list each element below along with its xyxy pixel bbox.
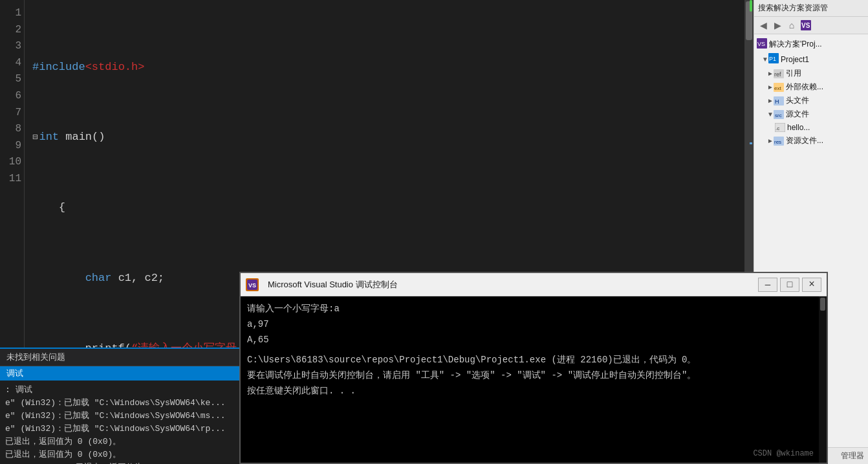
- sidebar-nav-icons-row: ◀ ▶ ⌂ VS: [754, 17, 868, 34]
- debug-console[interactable]: VS Microsoft Visual Studio 调试控制台 — □ × 请…: [239, 272, 828, 464]
- nav-star-icon[interactable]: VS: [799, 19, 812, 32]
- console-line-7: 按任意键关闭此窗口. . .: [247, 384, 816, 399]
- project1-label: Project1: [781, 55, 809, 64]
- close-button[interactable]: ×: [802, 278, 821, 292]
- svg-text:ref: ref: [774, 71, 781, 78]
- sources-label: 源文件: [786, 109, 809, 120]
- code-line-3: {: [32, 199, 737, 216]
- hello-label: hello...: [787, 123, 810, 132]
- solution-root-label: 解决方案'Proj...: [769, 39, 822, 50]
- sidebar-item-hello[interactable]: .c hello...: [757, 121, 865, 134]
- svg-text:VS: VS: [248, 282, 256, 289]
- sidebar-item-resources[interactable]: ► res 资源文件...: [757, 134, 865, 148]
- debug-tab-label: 调试: [6, 368, 23, 379]
- resources-icon: res: [774, 136, 784, 146]
- nav-back-icon[interactable]: ◀: [757, 19, 770, 32]
- sidebar-item-sources[interactable]: ▼ src 源文件: [757, 107, 865, 121]
- console-line-2: a,97: [247, 317, 816, 333]
- debug-title-text: Microsoft Visual Studio 调试控制台: [264, 279, 753, 291]
- ext-icon: ext: [774, 82, 784, 93]
- sidebar-top-bar: 搜索解决方案资源管: [754, 0, 868, 17]
- maximize-button[interactable]: □: [780, 278, 799, 292]
- sidebar-item-headers[interactable]: ► H 头文件: [757, 94, 865, 107]
- console-line-6: 要在调试停止时自动关闭控制台，请启用 "工具" -> "选项" -> "调试" …: [247, 368, 816, 384]
- sidebar-bottom-label: 管理器: [841, 451, 864, 460]
- headers-expand-arrow[interactable]: ►: [767, 97, 774, 104]
- minimize-button[interactable]: —: [758, 278, 777, 292]
- svg-text:VS: VS: [757, 41, 765, 47]
- debug-icon: VS: [246, 278, 259, 291]
- headers-icon: H: [774, 96, 784, 106]
- project1-item[interactable]: ▼ P1 Project1: [757, 52, 865, 67]
- code-line-1: #include<stdio.h>: [32, 58, 737, 76]
- blue-scroll-mark: [750, 142, 752, 144]
- svg-text:P1: P1: [769, 56, 776, 62]
- debug-title-bar: VS Microsoft Visual Studio 调试控制台 — □ ×: [241, 273, 827, 296]
- ext-label: 外部依赖...: [786, 82, 823, 93]
- green-scroll-mark: [750, 0, 752, 12]
- editor-area: 1 2 3 4 5 6 7 8 9 10 11 #include<stdio.h…: [0, 0, 754, 464]
- resources-label: 资源文件...: [786, 135, 823, 146]
- svg-text:ext: ext: [774, 85, 781, 91]
- sidebar-search-text: 搜索解决方案资源管: [758, 3, 828, 14]
- error-label: 未找到相关问题: [6, 351, 65, 363]
- svg-text:res: res: [774, 139, 781, 145]
- headers-label: 头文件: [786, 95, 809, 106]
- svg-text:.c: .c: [776, 126, 779, 131]
- console-line-5: C:\Users\86183\source\repos\Project1\Deb…: [247, 353, 816, 368]
- sidebar-item-refs[interactable]: ► ref 引用: [757, 67, 865, 80]
- hello-icon: .c: [775, 122, 785, 133]
- sidebar-item-ext[interactable]: ► ext 外部依赖...: [757, 80, 865, 94]
- console-line-1: 请输入一个小写字母:a: [247, 302, 816, 317]
- project-expand-arrow[interactable]: ▼: [762, 56, 768, 63]
- refs-icon: ref: [774, 69, 784, 79]
- debug-scroll-thumb[interactable]: [820, 298, 825, 311]
- svg-text:H: H: [775, 98, 779, 105]
- sources-expand-arrow[interactable]: ▼: [767, 111, 774, 118]
- project1-icon: P1: [768, 53, 779, 65]
- svg-text:src: src: [775, 113, 782, 118]
- resources-expand-arrow[interactable]: ►: [767, 137, 774, 144]
- solution-root[interactable]: VS 解决方案'Proj...: [757, 37, 865, 52]
- refs-expand-arrow[interactable]: ►: [767, 70, 774, 77]
- ext-expand-arrow[interactable]: ►: [767, 83, 774, 91]
- console-line-4: [247, 348, 816, 353]
- svg-text:VS: VS: [801, 22, 810, 29]
- debug-content[interactable]: 请输入一个小写字母:a a,97 A,65 C:\Users\86183\sou…: [241, 296, 827, 463]
- console-watermark: CSDN @wkiname: [753, 447, 814, 460]
- line-numbers: 1 2 3 4 5 6 7 8 9 10 11: [0, 0, 25, 348]
- refs-label: 引用: [786, 68, 801, 79]
- debug-scrollbar[interactable]: [819, 296, 827, 463]
- nav-forward-icon[interactable]: ▶: [771, 19, 784, 32]
- code-line-2: ⊟int main(): [32, 128, 737, 146]
- solution-root-icon: VS: [757, 38, 767, 50]
- nav-home-icon[interactable]: ⌂: [785, 19, 798, 32]
- console-line-3: A,65: [247, 333, 816, 348]
- sources-icon: src: [774, 109, 784, 120]
- debug-window-controls: — □ ×: [758, 278, 821, 292]
